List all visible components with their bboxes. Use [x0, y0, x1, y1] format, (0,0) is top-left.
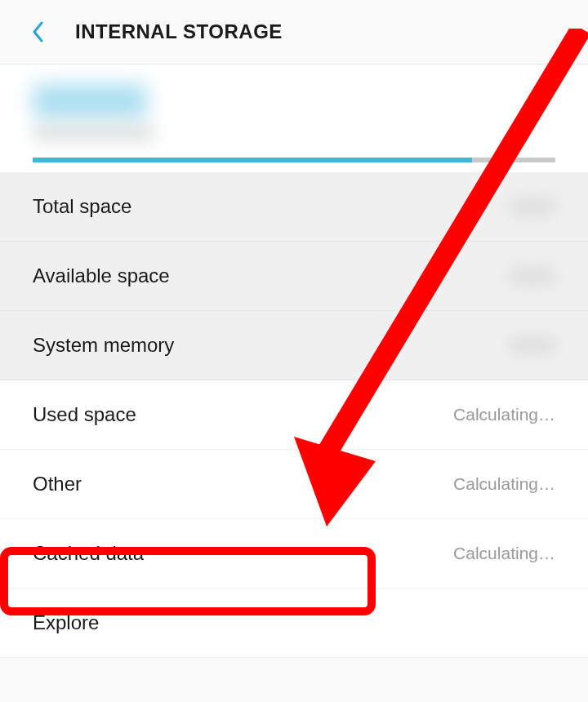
list-item-used-space[interactable]: Used space Calculating… [0, 380, 588, 450]
storage-used-label [33, 84, 147, 118]
item-label: Total space [33, 195, 131, 218]
item-value [510, 197, 555, 216]
storage-list: Total space Available space System memor… [0, 172, 588, 658]
item-value: Calculating… [453, 544, 555, 563]
back-icon[interactable] [29, 20, 46, 44]
item-value [510, 335, 555, 355]
app-header: INTERNAL STORAGE [0, 0, 588, 64]
list-item-other[interactable]: Other Calculating… [0, 450, 588, 519]
list-item-available-space[interactable]: Available space [0, 242, 588, 311]
list-item-total-space[interactable]: Total space [0, 172, 588, 242]
storage-total-label [33, 125, 155, 141]
item-label: Cached data [33, 542, 144, 565]
item-label: Explore [33, 611, 99, 634]
storage-progress-bar [33, 158, 555, 162]
item-label: Other [33, 473, 82, 495]
item-value: Calculating… [453, 474, 555, 494]
list-item-explore[interactable]: Explore [0, 589, 588, 658]
list-item-cached-data[interactable]: Cached data Calculating… [0, 519, 588, 589]
list-item-system-memory[interactable]: System memory [0, 311, 588, 380]
item-label: System memory [33, 334, 174, 357]
storage-summary [0, 64, 588, 172]
item-label: Available space [33, 264, 170, 287]
item-label: Used space [33, 403, 136, 426]
item-value: Calculating… [453, 405, 555, 424]
item-value [510, 266, 555, 286]
storage-progress-fill [33, 158, 472, 162]
page-title: INTERNAL STORAGE [75, 20, 283, 43]
